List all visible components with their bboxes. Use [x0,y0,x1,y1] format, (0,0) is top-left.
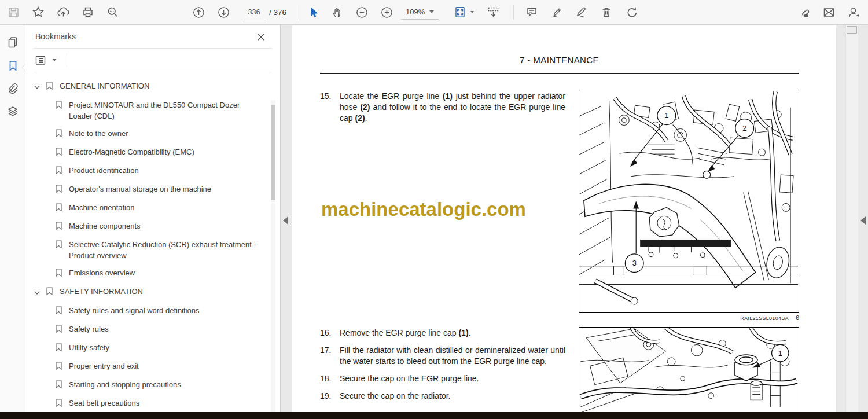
procedure-step: 15.Locate the EGR purge line (1) just be… [320,91,565,124]
bookmark-label: Product identification [69,165,139,176]
next-page-icon[interactable] [216,3,231,21]
bookmark-label: Utility safety [69,342,109,353]
chevron-down-icon[interactable] [34,83,41,93]
bookmark-item-row[interactable]: Safety rules and signal word definitions [25,302,280,321]
document-scrollbar[interactable] [845,25,858,419]
step-number: 19. [320,391,335,402]
bookmark-icon [54,398,63,410]
zoom-level-dropdown[interactable]: 109% [401,5,439,20]
step-text: Fill the radiator with clean distilled o… [340,345,565,367]
star-favorite-icon[interactable] [31,3,46,21]
header-rule [320,73,799,74]
bookmark-item-row[interactable]: Safety rules [25,321,280,339]
step-text: Locate the EGR purge line (1) just behin… [340,91,565,124]
bookmark-label: Safety rules [69,324,109,335]
step-number: 15. [320,91,335,124]
bookmark-icon [45,81,54,93]
fill-sign-icon[interactable] [574,3,589,21]
save-icon[interactable] [6,3,21,21]
highlight-icon[interactable] [550,3,565,21]
bookmark-item-row[interactable]: Selective Catalytic Reduction (SCR) exha… [25,236,280,264]
attachments-icon[interactable] [0,77,25,100]
step-number: 16. [320,328,335,339]
chevron-down-icon[interactable] [470,11,474,13]
bookmark-label: SAFETY INFORMATION [60,286,143,297]
bookmark-item-row[interactable]: Operator's manual storage on the machine [25,181,280,199]
navigation-pane-strip [0,25,25,412]
add-person-icon[interactable] [846,3,861,21]
page-thumbnails-icon[interactable] [0,31,25,54]
chevron-down-icon [429,10,434,13]
layers-icon[interactable] [0,100,25,123]
procedure-step: 17.Fill the radiator with clean distille… [320,345,565,367]
bookmarks-icon[interactable] [0,54,25,77]
search-icon[interactable] [105,3,120,21]
expand-tools-arrow[interactable] [860,216,866,225]
bookmarks-scrollbar-thumb[interactable] [271,105,275,200]
page-number-input[interactable] [244,5,264,19]
page-scrolling-icon[interactable] [486,3,501,21]
step-text: Remove the EGR purge line cap (1). [340,328,565,339]
bookmark-icon [54,184,63,196]
bookmark-label: Emissions overview [69,267,135,278]
email-icon[interactable] [821,3,836,21]
bookmark-icon [54,166,63,177]
bookmarks-panel: Bookmarks GENERAL INFORMATIONProject MIN… [25,25,281,419]
procedure-step: 18.Secure the cap on the EGR purge line. [320,373,565,384]
zoom-out-icon[interactable] [354,3,369,21]
share-upload-icon[interactable] [56,3,71,21]
bookmark-options-icon[interactable] [35,54,56,66]
bookmark-icon [54,380,63,391]
page-header: 7 - MAINTENANCE [320,55,799,65]
bookmark-item-row[interactable]: Electro-Magnetic Compatibility (EMC) [25,144,280,162]
bookmark-item-row[interactable]: Starting and stopping precautions [25,376,280,395]
comment-icon[interactable] [524,3,539,21]
bookmark-section-row[interactable]: SAFETY INFORMATION [25,283,280,302]
step-text: Secure the cap on the radiator. [340,391,565,402]
link-share-icon[interactable] [796,3,811,21]
bookmark-label: Note to the owner [69,128,128,139]
main-toolbar: / 376 109% [0,0,868,25]
bookmark-item-row[interactable]: Utility safety [25,339,280,358]
hand-tool-icon[interactable] [330,3,345,21]
bookmark-item-row[interactable]: Machine components [25,218,280,236]
delete-icon[interactable] [599,3,614,21]
bookmark-label: Electro-Magnetic Compatibility (EMC) [69,146,194,157]
bookmark-item-row[interactable]: Project MINOTAUR and the DL550 Compact D… [25,97,280,125]
document-scrollbar-thumb[interactable] [847,26,857,34]
step-number: 17. [320,345,335,367]
bookmark-item-row[interactable]: Note to the owner [25,125,280,144]
bookmark-item-row[interactable]: Seat belt precautions [25,395,280,413]
bookmark-label: Proper entry and exit [69,361,139,372]
bookmark-icon [54,306,63,317]
figure1-caption: RAIL21SSL0104BA 6 [579,314,799,321]
bookmark-item-row[interactable]: Machine orientation [25,199,280,218]
bookmark-icon [54,240,63,251]
bookmarks-panel-title: Bookmarks [35,32,76,41]
close-icon[interactable] [255,31,267,43]
bookmark-item-row[interactable]: Proper entry and exit [25,358,280,376]
previous-page-icon[interactable] [191,3,206,21]
zoom-in-icon[interactable] [379,3,394,21]
bookmark-item-row[interactable]: Product identification [25,162,280,181]
bookmark-item-row[interactable]: Emissions overview [25,264,280,283]
select-tool-icon[interactable] [306,3,321,21]
bookmark-label: Machine orientation [69,202,134,213]
fit-page-icon[interactable] [453,3,468,21]
bookmark-icon [54,128,63,140]
bookmark-icon [54,100,63,112]
bookmark-label: Operator's manual storage on the machine [69,183,211,194]
bookmark-label: Selective Catalytic Reduction (SCR) exha… [69,239,261,261]
steps-bottom: 16.Remove the EGR purge line cap (1).17.… [320,328,565,408]
figure-number: 6 [796,314,799,321]
collapse-panel-arrow[interactable] [283,216,288,225]
chevron-down-icon[interactable] [34,288,41,299]
page-count: / 376 [269,8,286,17]
figure-reference-code: RAIL21SSL0104BA [740,315,789,321]
bookmark-section-row[interactable]: GENERAL INFORMATION [25,78,280,97]
bookmark-icon [54,203,63,214]
refresh-icon[interactable] [624,3,639,21]
print-icon[interactable] [80,3,95,21]
step-text: Secure the cap on the EGR purge line. [340,373,565,384]
bookmark-icon [45,286,54,298]
